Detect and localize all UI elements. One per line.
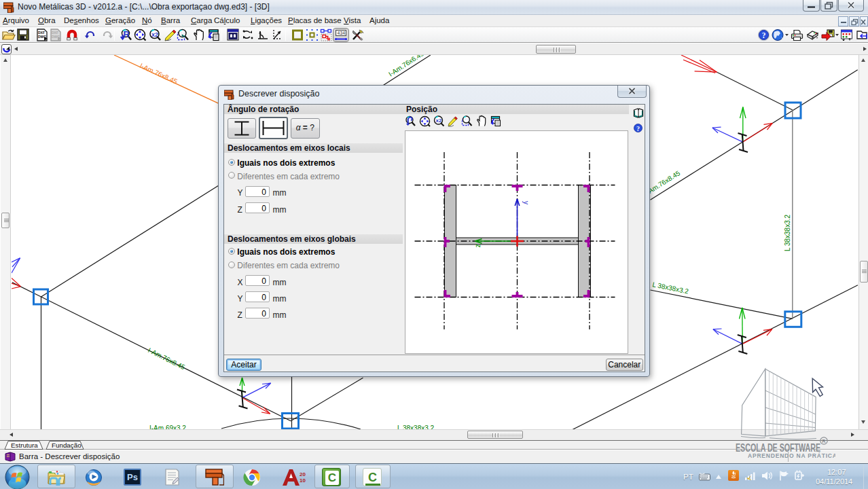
svg-text:434: 434 bbox=[338, 31, 346, 36]
svg-text:10: 10 bbox=[300, 477, 306, 484]
svg-text:L 38x38x3.2: L 38x38x3.2 bbox=[784, 215, 791, 252]
svg-text:Estrutura: Estrutura bbox=[11, 441, 38, 449]
svg-text:x2: x2 bbox=[151, 31, 158, 38]
svg-text:I-Am.76x6.45: I-Am.76x6.45 bbox=[387, 55, 425, 78]
svg-text:I-Am.76x8.45: I-Am.76x8.45 bbox=[139, 62, 179, 86]
svg-text:x2: x2 bbox=[436, 117, 442, 124]
svg-text:I-Am.76x8.45: I-Am.76x8.45 bbox=[147, 346, 187, 372]
svg-text:y: y bbox=[522, 201, 530, 204]
svg-text:L 38x38x3.2: L 38x38x3.2 bbox=[652, 280, 690, 295]
svg-text:?: ? bbox=[636, 125, 640, 132]
svg-text:z: z bbox=[475, 244, 482, 248]
svg-text:?: ? bbox=[762, 31, 766, 39]
svg-text:Fundação: Fundação bbox=[52, 441, 82, 449]
svg-text:I-Am.69x3.2: I-Am.69x3.2 bbox=[149, 424, 186, 429]
svg-text:20: 20 bbox=[300, 471, 306, 477]
svg-text:L 38x38x3.2: L 38x38x3.2 bbox=[397, 424, 435, 429]
